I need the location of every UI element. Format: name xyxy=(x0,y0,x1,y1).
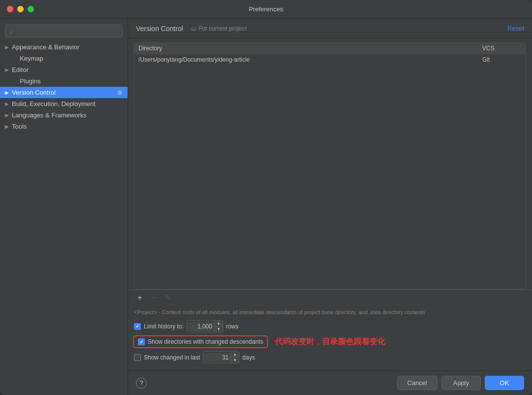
show-changed-input-wrap: ▲ ▼ xyxy=(203,351,239,363)
sidebar-item-plugins[interactable]: Plugins xyxy=(0,75,128,87)
show-directories-checkbox[interactable] xyxy=(138,338,145,345)
show-directories-highlight: Show directories with changed descendant… xyxy=(134,336,267,347)
expand-arrow-icon: ▶ xyxy=(5,112,12,118)
directory-cell: /Users/ponytang/Documents/yideng-article xyxy=(138,56,482,63)
show-changed-input[interactable] xyxy=(203,353,231,362)
preferences-window: Preferences ⌕ ▶ Appearance & Behavior Ke… xyxy=(0,0,532,395)
panel-header: Version Control 🗂 For current project Re… xyxy=(128,19,532,38)
sidebar-item-editor[interactable]: ▶ Editor xyxy=(0,64,128,75)
edit-button[interactable]: ✎ xyxy=(162,292,173,304)
action-buttons: Cancel Apply OK xyxy=(397,376,524,390)
bottom-section: <Project> - Content roots of all modules… xyxy=(128,306,532,370)
sidebar-item-label: Version Control xyxy=(12,89,56,96)
sidebar-item-label: Languages & Frameworks xyxy=(12,111,87,119)
sidebar-item-appearance[interactable]: ▶ Appearance & Behavior xyxy=(0,41,128,53)
add-button[interactable]: + xyxy=(134,292,146,304)
ok-button[interactable]: OK xyxy=(485,376,524,390)
limit-history-input[interactable] xyxy=(187,322,214,331)
spin-down-button[interactable]: ▼ xyxy=(231,358,239,363)
show-changed-checkbox[interactable] xyxy=(134,354,141,361)
table-toolbar: + − ✎ xyxy=(128,289,532,306)
window-title: Preferences xyxy=(249,5,283,13)
sidebar: ⌕ ▶ Appearance & Behavior Keymap ▶ Edito… xyxy=(0,19,128,395)
limit-history-checkbox[interactable] xyxy=(134,323,141,330)
project-hint: <Project> - Content roots of all modules… xyxy=(134,309,526,316)
title-bar: Preferences xyxy=(0,0,532,19)
sidebar-item-label: Plugins xyxy=(20,77,41,85)
show-changed-label: Show changed in last xyxy=(144,354,200,361)
sidebar-item-keymap[interactable]: Keymap xyxy=(0,53,128,64)
table-row[interactable]: /Users/ponytang/Documents/yideng-article… xyxy=(134,54,526,66)
no-arrow xyxy=(13,56,20,61)
expand-arrow-icon: ▶ xyxy=(5,67,12,72)
minimize-button[interactable] xyxy=(17,6,24,12)
footer-bar: ? Cancel Apply OK xyxy=(128,370,532,395)
limit-history-row: Limit history to: ▲ ▼ rows xyxy=(134,320,526,332)
show-changed-spinner: ▲ ▼ xyxy=(231,352,239,363)
maximize-button[interactable] xyxy=(28,6,34,12)
limit-history-label: Limit history to: xyxy=(144,323,184,330)
table-header: Directory VCS xyxy=(134,43,526,54)
spin-up-button[interactable]: ▲ xyxy=(231,352,239,357)
table-body: /Users/ponytang/Documents/yideng-article… xyxy=(134,54,526,289)
col-vcs-header: VCS xyxy=(482,45,522,52)
days-label: days xyxy=(242,354,255,361)
show-changed-row: Show changed in last ▲ ▼ days xyxy=(134,351,526,363)
settings-icon: ⚙ xyxy=(117,89,123,96)
spin-down-button[interactable]: ▼ xyxy=(215,326,223,332)
sidebar-item-label: Appearance & Behavior xyxy=(12,43,79,51)
apply-button[interactable]: Apply xyxy=(441,376,481,390)
vcs-cell: Git xyxy=(482,56,522,63)
panel-subtitle: 🗂 For current project xyxy=(191,25,247,32)
search-icon: ⌕ xyxy=(9,28,13,35)
sidebar-item-build[interactable]: ▶ Build, Execution, Deployment xyxy=(0,98,128,109)
show-directories-label: Show directories with changed descendant… xyxy=(148,338,263,345)
search-input[interactable] xyxy=(15,28,118,35)
panel-title: Version Control xyxy=(136,25,183,33)
sidebar-item-label: Keymap xyxy=(20,55,43,62)
annotation-text: 代码改变时，目录颜色跟着变化 xyxy=(275,337,385,347)
sidebar-item-tools[interactable]: ▶ Tools xyxy=(0,121,128,132)
project-icon: 🗂 xyxy=(191,26,197,32)
right-panel: Version Control 🗂 For current project Re… xyxy=(128,19,532,395)
col-directory-header: Directory xyxy=(138,45,482,52)
vcs-table: Directory VCS /Users/ponytang/Documents/… xyxy=(134,42,526,289)
cancel-button[interactable]: Cancel xyxy=(397,376,437,390)
limit-history-spinner: ▲ ▼ xyxy=(214,321,223,332)
expand-arrow-icon: ▶ xyxy=(5,90,12,95)
sidebar-item-label: Editor xyxy=(12,66,29,73)
expand-arrow-icon: ▶ xyxy=(5,101,12,107)
rows-label: rows xyxy=(226,323,238,330)
sidebar-item-label: Tools xyxy=(12,123,27,130)
close-button[interactable] xyxy=(7,6,13,12)
remove-button[interactable]: − xyxy=(148,292,160,304)
sidebar-item-version-control[interactable]: ▶ Version Control ⚙ xyxy=(0,87,128,98)
expand-arrow-icon: ▶ xyxy=(5,44,12,50)
limit-history-input-wrap: ▲ ▼ xyxy=(187,320,223,332)
spin-up-button[interactable]: ▲ xyxy=(215,321,223,326)
main-content: ⌕ ▶ Appearance & Behavior Keymap ▶ Edito… xyxy=(0,19,532,395)
sidebar-item-label: Build, Execution, Deployment xyxy=(12,100,96,108)
sidebar-item-languages[interactable]: ▶ Languages & Frameworks xyxy=(0,109,128,121)
search-box[interactable]: ⌕ xyxy=(5,25,123,37)
reset-button[interactable]: Reset xyxy=(507,25,524,32)
traffic-lights xyxy=(7,6,34,12)
help-button[interactable]: ? xyxy=(136,378,147,389)
no-arrow xyxy=(13,78,20,84)
expand-arrow-icon: ▶ xyxy=(5,124,12,129)
show-directories-row: Show directories with changed descendant… xyxy=(134,336,526,347)
